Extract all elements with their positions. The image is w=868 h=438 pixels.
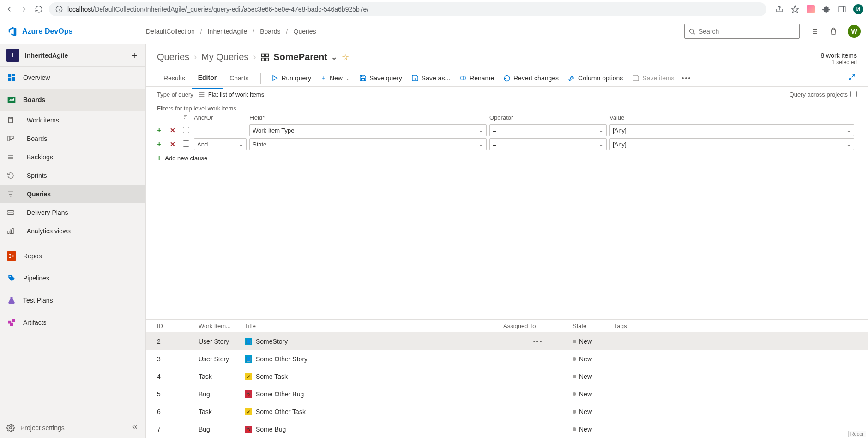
query-results: ID Work Item... Title Assigned To State … <box>146 319 868 438</box>
clause-remove-button[interactable]: ✕ <box>170 140 175 148</box>
result-row[interactable]: 2 User Story 📘SomeStory ••• New <box>146 333 868 350</box>
clause-checkbox[interactable] <box>183 140 189 147</box>
fullscreen-icon[interactable] <box>848 73 857 83</box>
sidebar-sub-workitems[interactable]: Work items <box>0 111 145 129</box>
cmd-save-as[interactable]: Save as... <box>407 71 455 85</box>
page-crumb-current[interactable]: SomeParent ⌄ <box>260 52 337 62</box>
cmd-rename[interactable]: Rename <box>455 71 499 85</box>
svg-point-38 <box>9 276 11 277</box>
share-icon[interactable] <box>775 5 784 14</box>
add-new-clause-button[interactable]: + Add new clause <box>157 154 857 162</box>
sidebar-item-artifacts[interactable]: Artifacts <box>0 311 145 334</box>
cmd-run-query[interactable]: Run query <box>266 71 316 85</box>
clause-add-button[interactable]: + <box>157 140 161 148</box>
clause-operator-dropdown[interactable]: =⌄ <box>489 138 607 150</box>
cmd-column-options[interactable]: Column options <box>563 71 627 85</box>
global-search[interactable] <box>684 24 800 39</box>
clause-add-button[interactable]: + <box>157 126 161 134</box>
crumb-project[interactable]: InheritedAgile <box>208 28 247 35</box>
more-actions-button[interactable]: ••• <box>679 74 694 82</box>
col-type[interactable]: Work Item... <box>199 322 245 329</box>
clause-andor-dropdown[interactable]: And⌄ <box>194 138 247 150</box>
bookmark-star-icon[interactable] <box>790 5 800 14</box>
suite-breadcrumb: DefaultCollection/ InheritedAgile/ Board… <box>146 28 316 35</box>
sidebar-sub-queries[interactable]: Queries <box>0 185 145 203</box>
global-search-input[interactable] <box>699 28 796 35</box>
user-avatar[interactable]: W <box>848 25 861 38</box>
state-dot-icon <box>573 392 576 396</box>
browser-profile-avatar[interactable]: И <box>853 4 863 14</box>
list-icon[interactable] <box>809 26 819 36</box>
clause-remove-button[interactable]: ✕ <box>170 127 175 134</box>
browser-back-button[interactable] <box>5 5 14 14</box>
browser-forward-button[interactable] <box>19 5 29 14</box>
query-across-checkbox[interactable] <box>850 91 857 97</box>
browser-reload-button[interactable] <box>34 5 43 14</box>
col-id[interactable]: ID <box>157 322 199 329</box>
boards-sub-icon <box>6 134 15 143</box>
svg-rect-41 <box>10 323 13 326</box>
state-dot-icon <box>573 357 576 361</box>
sidebar-sub-sprints[interactable]: Sprints <box>0 166 145 185</box>
sidebar-sub-boards[interactable]: Boards <box>0 129 145 148</box>
filters-heading: Filters for top level work items <box>157 105 857 112</box>
project-header[interactable]: I InheritedAgile ＋ <box>0 44 145 67</box>
project-add-button[interactable]: ＋ <box>130 49 139 61</box>
crumb-collection[interactable]: DefaultCollection <box>146 28 195 35</box>
boards-icon <box>6 95 17 105</box>
col-assigned[interactable]: Assigned To <box>503 322 573 329</box>
result-row[interactable]: 3 User Story 📘Some Other Story New <box>146 350 868 368</box>
bag-icon[interactable] <box>828 26 838 36</box>
filters-header-field: Field* <box>249 114 489 123</box>
query-type-value[interactable]: Flat list of work items <box>198 91 264 98</box>
delivery-icon <box>6 208 15 217</box>
result-row[interactable]: 7 Bug 🐞Some Bug New <box>146 420 868 438</box>
favorite-star-icon[interactable]: ☆ <box>342 52 349 62</box>
chevron-down-icon[interactable]: ⌄ <box>331 53 337 61</box>
clause-operator-dropdown[interactable]: =⌄ <box>489 124 607 136</box>
sidebar-item-boards[interactable]: Boards <box>0 89 145 111</box>
col-tags[interactable]: Tags <box>614 322 669 329</box>
sidebar-item-repos[interactable]: Repos <box>0 245 145 267</box>
page-crumb-parent[interactable]: My Queries <box>201 52 248 62</box>
page-breadcrumb: Queries › My Queries › SomeParent ⌄ ☆ <box>157 52 349 62</box>
result-row[interactable]: 4 Task ✔Some Task New <box>146 368 868 385</box>
sidebar-sub-delivery[interactable]: Delivery Plans <box>0 203 145 222</box>
svg-rect-16 <box>12 77 15 81</box>
cell-state: New <box>579 355 592 363</box>
panel-icon[interactable] <box>838 5 847 14</box>
sidebar-sub-analytics[interactable]: Analytics views <box>0 222 145 240</box>
sidebar-item-pipelines[interactable]: Pipelines <box>0 267 145 289</box>
result-row[interactable]: 6 Task ✔Some Other Task New <box>146 403 868 420</box>
clause-field-dropdown[interactable]: State⌄ <box>249 138 487 150</box>
svg-rect-15 <box>12 74 15 76</box>
svg-rect-30 <box>8 213 13 214</box>
cmd-revert[interactable]: Revert changes <box>499 71 563 85</box>
clause-value-dropdown[interactable]: [Any]⌄ <box>609 138 854 150</box>
cmd-save-query[interactable]: Save query <box>355 71 407 85</box>
sidebar-item-testplans[interactable]: Test Plans <box>0 289 145 311</box>
sidebar-sub-label: Queries <box>27 190 51 198</box>
tab-editor[interactable]: Editor <box>192 67 223 89</box>
crumb-page[interactable]: Queries <box>294 28 316 35</box>
extensions-icon[interactable] <box>822 5 831 14</box>
product-logo[interactable]: Azure DevOps <box>7 26 146 36</box>
sidebar-item-overview[interactable]: Overview <box>0 67 145 89</box>
sidebar-sub-backlogs[interactable]: Backlogs <box>0 148 145 166</box>
result-row[interactable]: 5 Bug 🐞Some Other Bug New <box>146 385 868 403</box>
clause-field-dropdown[interactable]: Work Item Type⌄ <box>249 124 487 136</box>
row-more-button[interactable]: ••• <box>533 338 543 345</box>
collapse-icon[interactable] <box>131 423 139 432</box>
clause-value-dropdown[interactable]: [Any]⌄ <box>609 124 854 136</box>
clause-checkbox[interactable] <box>183 127 189 133</box>
tab-charts[interactable]: Charts <box>223 67 255 89</box>
tab-results[interactable]: Results <box>157 67 192 89</box>
crumb-service[interactable]: Boards <box>260 28 280 35</box>
col-state[interactable]: State <box>573 322 614 329</box>
sidebar-footer[interactable]: Project settings <box>0 417 145 438</box>
extension-pink-icon[interactable] <box>806 5 815 14</box>
col-title[interactable]: Title <box>245 322 503 329</box>
page-crumb-root[interactable]: Queries <box>157 52 189 62</box>
cmd-new[interactable]: ＋New⌄ <box>316 71 355 85</box>
browser-url-bar[interactable]: localhost/DefaultCollection/InheritedAgi… <box>49 2 766 16</box>
